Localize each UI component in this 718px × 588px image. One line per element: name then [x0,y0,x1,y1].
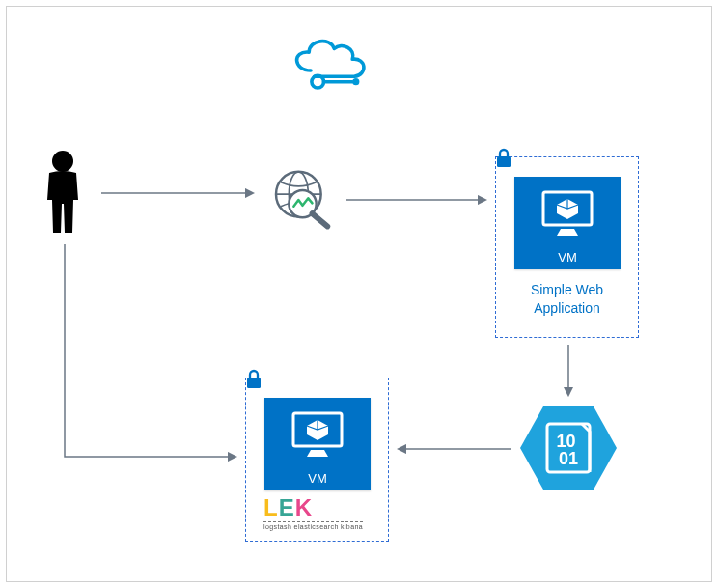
svg-point-1 [352,78,359,85]
elk-subtitle: logstash elasticsearch kibana [263,521,363,530]
binary-data-hexagon-icon: 10 01 [518,405,619,491]
vm-tile-elk: VM [264,398,371,490]
elk-letter-e: E [279,494,295,520]
elk-letter-k: K [295,494,313,520]
secured-group-elk: VM LEK logstash elasticsearch kibana [245,378,389,542]
vm-tile-webapp: VM [514,177,621,269]
vm-label: VM [264,471,371,486]
hex-binary-text: 10 01 [556,432,580,468]
lock-icon [494,148,513,169]
vm-icon [539,190,595,242]
user-person-icon [40,150,86,238]
arrow-person-to-elk [65,244,235,457]
vm-label: VM [514,250,621,265]
webapp-caption: Simple Web Application [496,281,638,318]
web-analytics-icon [266,166,339,238]
elk-logo: LEK logstash elasticsearch kibana [263,496,363,530]
lock-icon [244,369,263,390]
diagram-canvas: VM Simple Web Application 10 01 [6,6,712,582]
svg-point-2 [52,151,73,172]
azure-cloud-icon [285,28,372,99]
svg-rect-7 [497,156,511,167]
elk-letter-l: L [263,494,279,520]
svg-rect-11 [247,378,261,388]
secured-group-webapp: VM Simple Web Application [495,156,639,338]
vm-icon [290,411,345,463]
